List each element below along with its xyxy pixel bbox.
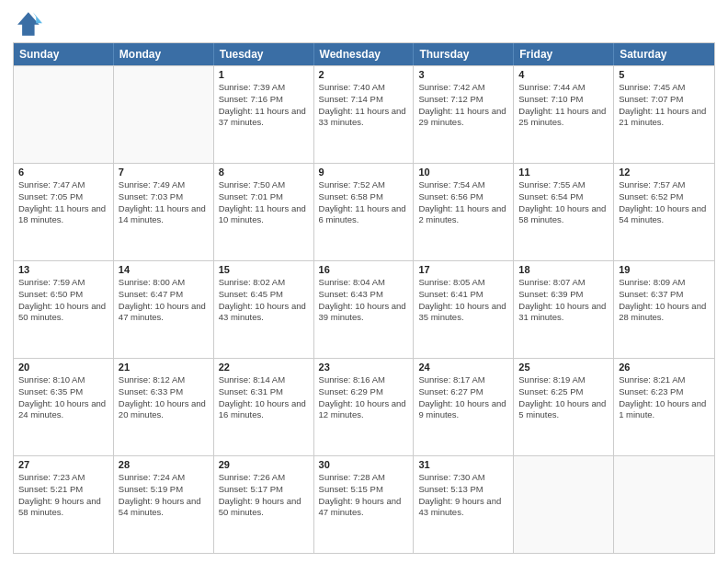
day-info: Sunrise: 7:42 AMSunset: 7:12 PMDaylight:… — [418, 82, 508, 129]
calendar-day-12: 12Sunrise: 7:57 AMSunset: 6:52 PMDayligh… — [614, 164, 714, 260]
weekday-header-wednesday: Wednesday — [314, 43, 415, 65]
day-number: 27 — [18, 459, 108, 470]
calendar-day-4: 4Sunrise: 7:44 AMSunset: 7:10 PMDaylight… — [514, 66, 614, 163]
day-number: 17 — [418, 264, 508, 275]
day-info: Sunrise: 7:30 AMSunset: 5:13 PMDaylight:… — [418, 472, 508, 519]
logo — [13, 9, 46, 39]
calendar-day-28: 28Sunrise: 7:24 AMSunset: 5:19 PMDayligh… — [114, 456, 214, 553]
day-info: Sunrise: 7:54 AMSunset: 6:56 PMDaylight:… — [418, 179, 508, 226]
day-number: 14 — [119, 264, 209, 275]
day-info: Sunrise: 7:39 AMSunset: 7:16 PMDaylight:… — [219, 82, 309, 129]
day-number: 9 — [319, 167, 409, 178]
day-number: 12 — [619, 167, 710, 178]
calendar-day-29: 29Sunrise: 7:26 AMSunset: 5:17 PMDayligh… — [214, 456, 314, 553]
calendar-header-row: SundayMondayTuesdayWednesdayThursdayFrid… — [14, 43, 714, 65]
day-number: 3 — [418, 69, 508, 80]
day-info: Sunrise: 8:00 AMSunset: 6:47 PMDaylight:… — [119, 277, 209, 324]
day-number: 16 — [319, 264, 409, 275]
calendar-day-27: 27Sunrise: 7:23 AMSunset: 5:21 PMDayligh… — [14, 456, 114, 553]
weekday-header-friday: Friday — [514, 43, 614, 65]
calendar-week-4: 20Sunrise: 8:10 AMSunset: 6:35 PMDayligh… — [14, 358, 714, 455]
day-info: Sunrise: 7:47 AMSunset: 7:05 PMDaylight:… — [18, 179, 108, 226]
day-info: Sunrise: 7:49 AMSunset: 7:03 PMDaylight:… — [119, 179, 209, 226]
calendar-empty-cell — [614, 456, 714, 553]
calendar-day-19: 19Sunrise: 8:09 AMSunset: 6:37 PMDayligh… — [614, 261, 714, 358]
day-number: 29 — [219, 459, 309, 470]
calendar-week-1: 1Sunrise: 7:39 AMSunset: 7:16 PMDaylight… — [14, 65, 714, 163]
day-number: 1 — [219, 69, 309, 80]
day-number: 21 — [119, 362, 209, 373]
day-info: Sunrise: 8:04 AMSunset: 6:43 PMDaylight:… — [319, 277, 409, 324]
calendar-week-5: 27Sunrise: 7:23 AMSunset: 5:21 PMDayligh… — [14, 455, 714, 553]
day-number: 8 — [219, 167, 309, 178]
calendar-day-1: 1Sunrise: 7:39 AMSunset: 7:16 PMDaylight… — [214, 66, 314, 163]
day-info: Sunrise: 8:07 AMSunset: 6:39 PMDaylight:… — [518, 277, 609, 324]
day-info: Sunrise: 8:14 AMSunset: 6:31 PMDaylight:… — [219, 374, 309, 421]
day-number: 2 — [319, 69, 409, 80]
calendar-day-24: 24Sunrise: 8:17 AMSunset: 6:27 PMDayligh… — [414, 359, 514, 455]
calendar-day-21: 21Sunrise: 8:12 AMSunset: 6:33 PMDayligh… — [114, 359, 214, 455]
day-number: 18 — [518, 264, 609, 275]
calendar-empty-cell — [114, 66, 214, 163]
day-info: Sunrise: 8:17 AMSunset: 6:27 PMDaylight:… — [418, 374, 508, 421]
day-number: 6 — [18, 167, 108, 178]
calendar-day-9: 9Sunrise: 7:52 AMSunset: 6:58 PMDaylight… — [314, 164, 415, 260]
calendar-day-31: 31Sunrise: 7:30 AMSunset: 5:13 PMDayligh… — [414, 456, 514, 553]
day-info: Sunrise: 7:55 AMSunset: 6:54 PMDaylight:… — [518, 179, 609, 226]
calendar-day-30: 30Sunrise: 7:28 AMSunset: 5:15 PMDayligh… — [314, 456, 415, 553]
day-number: 25 — [518, 362, 609, 373]
calendar-day-2: 2Sunrise: 7:40 AMSunset: 7:14 PMDaylight… — [314, 66, 415, 163]
calendar-day-7: 7Sunrise: 7:49 AMSunset: 7:03 PMDaylight… — [114, 164, 214, 260]
weekday-header-sunday: Sunday — [14, 43, 114, 65]
day-info: Sunrise: 8:21 AMSunset: 6:23 PMDaylight:… — [619, 374, 710, 421]
day-info: Sunrise: 8:12 AMSunset: 6:33 PMDaylight:… — [119, 374, 209, 421]
calendar-day-16: 16Sunrise: 8:04 AMSunset: 6:43 PMDayligh… — [314, 261, 415, 358]
calendar-day-20: 20Sunrise: 8:10 AMSunset: 6:35 PMDayligh… — [14, 359, 114, 455]
day-info: Sunrise: 7:23 AMSunset: 5:21 PMDaylight:… — [18, 472, 108, 519]
day-info: Sunrise: 7:26 AMSunset: 5:17 PMDaylight:… — [219, 472, 309, 519]
calendar-day-13: 13Sunrise: 7:59 AMSunset: 6:50 PMDayligh… — [14, 261, 114, 358]
day-info: Sunrise: 7:52 AMSunset: 6:58 PMDaylight:… — [319, 179, 409, 226]
calendar-empty-cell — [514, 456, 614, 553]
calendar-day-18: 18Sunrise: 8:07 AMSunset: 6:39 PMDayligh… — [514, 261, 614, 358]
calendar-day-3: 3Sunrise: 7:42 AMSunset: 7:12 PMDaylight… — [414, 66, 514, 163]
day-info: Sunrise: 8:05 AMSunset: 6:41 PMDaylight:… — [418, 277, 508, 324]
day-number: 22 — [219, 362, 309, 373]
calendar-body: 1Sunrise: 7:39 AMSunset: 7:16 PMDaylight… — [14, 65, 714, 553]
day-number: 30 — [319, 459, 409, 470]
day-number: 7 — [119, 167, 209, 178]
calendar-day-6: 6Sunrise: 7:47 AMSunset: 7:05 PMDaylight… — [14, 164, 114, 260]
calendar-week-2: 6Sunrise: 7:47 AMSunset: 7:05 PMDaylight… — [14, 163, 714, 260]
day-number: 13 — [18, 264, 108, 275]
day-info: Sunrise: 8:02 AMSunset: 6:45 PMDaylight:… — [219, 277, 309, 324]
weekday-header-monday: Monday — [114, 43, 214, 65]
weekday-header-tuesday: Tuesday — [214, 43, 314, 65]
calendar-day-14: 14Sunrise: 8:00 AMSunset: 6:47 PMDayligh… — [114, 261, 214, 358]
day-info: Sunrise: 8:09 AMSunset: 6:37 PMDaylight:… — [619, 277, 710, 324]
day-number: 31 — [418, 459, 508, 470]
day-number: 5 — [619, 69, 710, 80]
calendar-day-11: 11Sunrise: 7:55 AMSunset: 6:54 PMDayligh… — [514, 164, 614, 260]
day-info: Sunrise: 7:50 AMSunset: 7:01 PMDaylight:… — [219, 179, 309, 226]
day-info: Sunrise: 7:57 AMSunset: 6:52 PMDaylight:… — [619, 179, 710, 226]
day-number: 10 — [418, 167, 508, 178]
page: SundayMondayTuesdayWednesdayThursdayFrid… — [0, 0, 728, 563]
day-info: Sunrise: 8:10 AMSunset: 6:35 PMDaylight:… — [18, 374, 108, 421]
weekday-header-saturday: Saturday — [614, 43, 714, 65]
day-info: Sunrise: 7:40 AMSunset: 7:14 PMDaylight:… — [319, 82, 409, 129]
day-info: Sunrise: 7:44 AMSunset: 7:10 PMDaylight:… — [518, 82, 609, 129]
day-number: 15 — [219, 264, 309, 275]
calendar-day-23: 23Sunrise: 8:16 AMSunset: 6:29 PMDayligh… — [314, 359, 415, 455]
day-number: 19 — [619, 264, 710, 275]
day-info: Sunrise: 7:28 AMSunset: 5:15 PMDaylight:… — [319, 472, 409, 519]
calendar: SundayMondayTuesdayWednesdayThursdayFrid… — [13, 42, 715, 554]
calendar-week-3: 13Sunrise: 7:59 AMSunset: 6:50 PMDayligh… — [14, 260, 714, 358]
calendar-day-10: 10Sunrise: 7:54 AMSunset: 6:56 PMDayligh… — [414, 164, 514, 260]
calendar-day-26: 26Sunrise: 8:21 AMSunset: 6:23 PMDayligh… — [614, 359, 714, 455]
logo-icon — [13, 9, 42, 39]
day-info: Sunrise: 7:24 AMSunset: 5:19 PMDaylight:… — [119, 472, 209, 519]
weekday-header-thursday: Thursday — [414, 43, 514, 65]
calendar-empty-cell — [14, 66, 114, 163]
calendar-day-25: 25Sunrise: 8:19 AMSunset: 6:25 PMDayligh… — [514, 359, 614, 455]
day-info: Sunrise: 8:16 AMSunset: 6:29 PMDaylight:… — [319, 374, 409, 421]
